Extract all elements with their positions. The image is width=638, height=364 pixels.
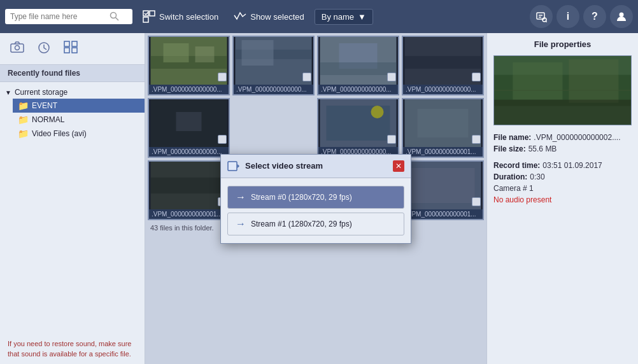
help-icon: ? bbox=[592, 11, 598, 22]
search-files-button[interactable] bbox=[530, 5, 553, 28]
recently-found-files-title: Recently found files bbox=[0, 65, 145, 82]
video-files-label: Video Files (avi) bbox=[32, 129, 87, 138]
sort-arrow: ▼ bbox=[358, 12, 366, 22]
content-area[interactable]: .VPM_0000000000000... .VPM_0000000000000… bbox=[145, 33, 486, 364]
svg-rect-47 bbox=[228, 162, 237, 171]
search-box[interactable] bbox=[5, 9, 132, 24]
svg-point-0 bbox=[111, 13, 117, 18]
svg-point-12 bbox=[15, 46, 20, 50]
file-name-row: File name: .VPM_0000000000002.... bbox=[493, 133, 632, 142]
event-label: EVENT bbox=[32, 101, 57, 110]
video-stream-icon bbox=[227, 160, 240, 172]
record-time-value: 03:51 01.09.2017 bbox=[542, 161, 602, 170]
modal-header: Select video stream ✕ bbox=[221, 155, 411, 178]
file-name-value: .VPM_0000000000002.... bbox=[534, 133, 620, 142]
folder-icon-normal: 📁 bbox=[18, 115, 29, 125]
user-button[interactable] bbox=[610, 5, 633, 28]
info-icon: i bbox=[567, 11, 569, 22]
file-size-value: 55.6 MB bbox=[528, 144, 557, 153]
svg-line-9 bbox=[546, 22, 548, 23]
grid-icon[interactable] bbox=[64, 41, 78, 57]
warning-text: If you need to restore sound, make sure … bbox=[0, 334, 145, 364]
file-name-label: File name: bbox=[493, 133, 531, 142]
duration-row: Duration: 0:30 bbox=[493, 172, 632, 181]
stream-0-label: Stream #0 (1280x720, 29 fps) bbox=[251, 193, 352, 202]
collapse-icon: ▼ bbox=[5, 89, 11, 96]
stream-0-item[interactable]: → Stream #0 (1280x720, 29 fps) bbox=[227, 186, 404, 209]
camera-label: Camera # 1 bbox=[493, 184, 534, 193]
sidebar-tree: ▼ Current storage 📁 EVENT 📁 NORMAL 📁 Vid… bbox=[0, 82, 145, 334]
sidebar: Recently found files ▼ Current storage 📁… bbox=[0, 33, 145, 364]
camera-icon[interactable] bbox=[10, 41, 24, 56]
properties-title: File properties bbox=[493, 39, 632, 49]
svg-point-10 bbox=[620, 13, 624, 17]
normal-label: NORMAL bbox=[32, 115, 64, 124]
stream-arrow-1: → bbox=[236, 218, 246, 230]
info-button[interactable]: i bbox=[556, 5, 579, 28]
modal-close-button[interactable]: ✕ bbox=[393, 160, 404, 172]
toolbar-right: i ? bbox=[530, 5, 633, 28]
stream-1-label: Stream #1 (1280x720, 29 fps) bbox=[251, 220, 352, 228]
modal-overlay: Select video stream ✕ → Stream #0 (1280x… bbox=[145, 33, 486, 364]
modal-body: → Stream #0 (1280x720, 29 fps) → Stream … bbox=[221, 178, 411, 243]
svg-rect-17 bbox=[72, 48, 77, 53]
svg-line-1 bbox=[116, 18, 119, 21]
stream-1-item[interactable]: → Stream #1 (1280x720, 29 fps) bbox=[227, 213, 404, 235]
svg-rect-52 bbox=[569, 59, 618, 102]
switch-selection-icon bbox=[143, 10, 155, 23]
switch-selection-button[interactable]: Switch selection bbox=[138, 8, 223, 25]
storage-label: Current storage bbox=[15, 88, 67, 97]
record-time-row: Record time: 03:51 01.09.2017 bbox=[493, 161, 632, 170]
preview-image bbox=[493, 55, 632, 125]
main-area: Recently found files ▼ Current storage 📁… bbox=[0, 33, 638, 364]
folder-icon-video: 📁 bbox=[18, 129, 29, 139]
tree-item-video-files[interactable]: 📁 Video Files (avi) bbox=[13, 127, 145, 141]
svg-marker-48 bbox=[237, 164, 239, 168]
sort-dropdown[interactable]: By name ▼ bbox=[315, 9, 373, 25]
file-size-row: File size: 55.6 MB bbox=[493, 144, 632, 153]
svg-rect-14 bbox=[64, 41, 69, 46]
properties-panel: File properties File name: .VPM_00000000… bbox=[486, 33, 638, 364]
show-selected-label: Show selected bbox=[250, 12, 304, 22]
switch-selection-label: Switch selection bbox=[159, 12, 218, 22]
svg-rect-15 bbox=[72, 41, 77, 46]
svg-rect-53 bbox=[494, 100, 631, 125]
record-time-label: Record time: bbox=[493, 161, 540, 170]
tree-item-normal[interactable]: 📁 NORMAL bbox=[13, 113, 145, 127]
svg-rect-51 bbox=[513, 62, 562, 100]
file-size-label: File size: bbox=[493, 144, 526, 153]
toolbar: Switch selection Show selected By name ▼… bbox=[0, 0, 638, 33]
show-selected-button[interactable]: Show selected bbox=[229, 8, 309, 25]
history-icon[interactable] bbox=[37, 41, 51, 57]
sort-label: By name bbox=[322, 12, 354, 22]
tree-item-event[interactable]: 📁 EVENT bbox=[13, 99, 145, 113]
user-icon bbox=[616, 11, 627, 22]
duration-value: 0:30 bbox=[530, 172, 544, 181]
duration-label: Duration: bbox=[493, 172, 527, 181]
camera-row: Camera # 1 bbox=[493, 184, 632, 193]
tree-item-storage: ▼ Current storage bbox=[0, 86, 145, 99]
help-button[interactable]: ? bbox=[583, 5, 606, 28]
audio-label: No audio present bbox=[493, 195, 551, 204]
sidebar-icons bbox=[0, 33, 145, 65]
svg-rect-3 bbox=[150, 11, 155, 16]
magnifier-icon bbox=[535, 11, 547, 22]
modal-title: Select video stream bbox=[245, 161, 388, 171]
stream-arrow-0: → bbox=[236, 192, 246, 203]
audio-row: No audio present bbox=[493, 195, 632, 204]
select-video-stream-modal: Select video stream ✕ → Stream #0 (1280x… bbox=[220, 154, 411, 244]
svg-rect-4 bbox=[143, 17, 148, 22]
show-selected-icon bbox=[234, 10, 246, 23]
search-input[interactable] bbox=[10, 12, 106, 21]
search-icon bbox=[110, 11, 120, 22]
folder-icon-event: 📁 bbox=[18, 101, 29, 111]
svg-rect-16 bbox=[64, 48, 69, 53]
